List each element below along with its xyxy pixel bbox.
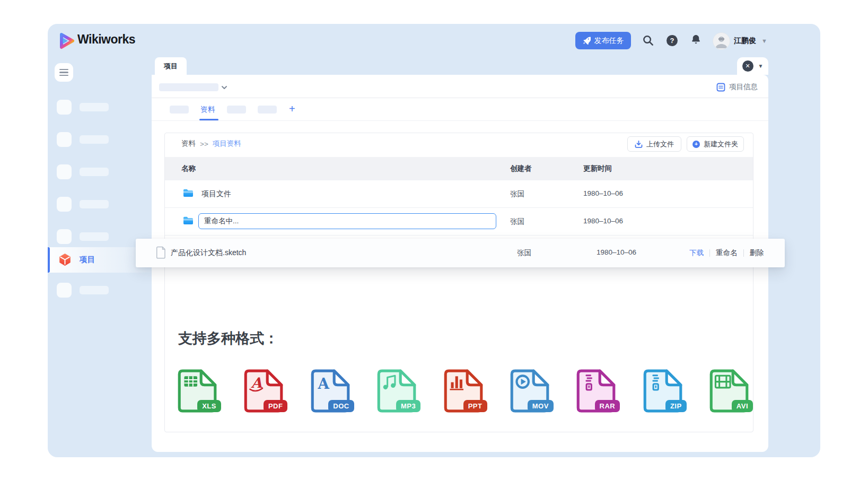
user-avatar[interactable] [713,32,730,50]
sidebar-skeleton-icon [57,100,72,115]
file-format-ppt: PPT [442,368,484,414]
logo-text: Wikiworks [77,32,135,47]
format-badge: DOC [328,400,354,412]
tabrow-divider [152,120,768,121]
tab-resources[interactable]: 资料 [200,105,215,115]
row-divider [165,235,753,236]
file-format-zip: ZIP [642,368,683,414]
sidebar-skeleton-bar [80,103,109,111]
action-separator [709,249,710,257]
xls-grid-glyph [184,376,197,386]
file-format-pdf: A PDF [242,368,284,414]
action-separator [743,249,744,257]
sidebar-skeleton-bar [80,232,109,241]
panel-divider [152,98,768,98]
elevated-row-updated: 1980–10–06 [597,248,636,256]
rocket-icon [583,37,591,45]
table-row-creator: 张国 [510,189,524,199]
breadcrumb: 资料 >> 项目资料 [181,139,241,149]
subtab-skeleton [170,106,189,114]
file-format-avi: AVI [708,368,749,414]
publish-task-button[interactable]: 发布任务 [575,32,631,49]
window-tab-project[interactable]: 项目 [155,57,187,75]
rename-input[interactable] [198,213,496,229]
table-row-name[interactable]: 项目文件 [201,189,231,199]
file-format-mov: MOV [508,368,550,414]
elevated-row-name[interactable]: 产品化设计文档.sketch [171,248,246,258]
pdf-acrobat-glyph: A [250,374,263,391]
format-badge: RAR [595,400,620,412]
sidebar-skeleton-bar [80,200,109,208]
user-menu-caret-icon[interactable]: ▼ [761,38,767,44]
column-header-creator: 创建者 [510,164,532,173]
rename-action[interactable]: 重命名 [716,248,738,258]
sidebar-item-projects-label: 项目 [80,255,95,265]
sidebar-skeleton-bar [80,286,109,294]
sidebar-skeleton-icon [57,283,72,298]
breadcrumb-current[interactable]: 项目资料 [213,139,241,149]
new-folder-label: 新建文件夹 [704,140,738,149]
formats-heading: 支持多种格式： [178,329,278,348]
file-format-doc: A DOC [309,368,350,414]
formats-row: XLS A PDF A DOC [176,368,749,414]
column-header-name: 名称 [181,164,196,173]
project-info-button[interactable]: 项目信息 [716,82,758,92]
breadcrumb-root[interactable]: 资料 [181,139,196,149]
sidebar-skeleton-icon [57,164,72,179]
sidebar-skeleton-bar [80,135,109,144]
file-format-rar: RAR [575,368,616,414]
download-action[interactable]: 下载 [689,248,704,258]
breadcrumb-separator: >> [200,140,208,148]
file-format-xls: XLS [176,368,217,414]
sidebar-skeleton-bar [80,168,109,176]
username[interactable]: 江鹏俊 [734,36,756,46]
subtab-skeleton [258,106,277,114]
add-tab-button[interactable]: + [289,103,295,115]
row-divider [165,207,753,208]
plus-circle-icon: + [692,141,700,148]
sidebar-skeleton-icon [57,132,72,147]
format-badge: AVI [732,400,753,412]
project-cube-icon [59,254,71,266]
format-badge: ZIP [665,400,687,412]
format-badge: PPT [463,400,487,412]
format-badge: XLS [197,400,221,412]
doc-letter-glyph: A [317,375,329,393]
page: Wikiworks 发布任务 ? 江鹏俊 ▼ 项目 项 [0,0,868,488]
project-info-icon [716,83,725,92]
search-icon[interactable] [642,34,654,47]
notification-bell-icon[interactable] [690,34,702,46]
format-badge: MOV [528,400,554,412]
folder-icon [182,188,194,198]
format-badge: MP3 [396,400,420,412]
window-tab-label: 项目 [164,62,178,71]
table-row-updated: 1980–10–06 [583,189,623,197]
table-header [165,157,753,180]
upload-icon [635,141,643,148]
tab-list-caret-icon[interactable]: ▼ [758,63,764,69]
subtab-skeleton [227,106,246,114]
table-row-updated: 1980–10–06 [583,217,623,225]
table-row-creator: 张国 [510,217,524,226]
sidebar-skeleton-icon [57,229,72,244]
help-icon[interactable]: ? [667,35,678,46]
svg-text:A: A [251,374,263,391]
wikiworks-logo-icon [57,31,76,50]
new-folder-button[interactable]: + 新建文件夹 [687,136,744,152]
upload-file-label: 上传文件 [646,140,674,149]
close-tab-icon[interactable]: ✕ [742,60,753,72]
sidebar-collapse-button[interactable] [55,63,73,82]
elevated-row-creator: 张国 [517,248,531,258]
sidebar-skeleton-icon [57,197,72,212]
project-info-label: 项目信息 [729,82,758,92]
format-badge: PDF [264,400,288,412]
publish-task-label: 发布任务 [594,36,624,46]
column-header-updated: 更新时间 [583,164,612,173]
sidebar-active-indicator [48,247,50,273]
chevron-down-icon[interactable] [221,84,228,91]
delete-action[interactable]: 删除 [750,248,764,258]
tab-controls: ✕ ▼ [737,57,768,75]
upload-file-button[interactable]: 上传文件 [627,136,681,152]
file-icon [156,246,166,259]
project-name-skeleton [159,83,218,91]
